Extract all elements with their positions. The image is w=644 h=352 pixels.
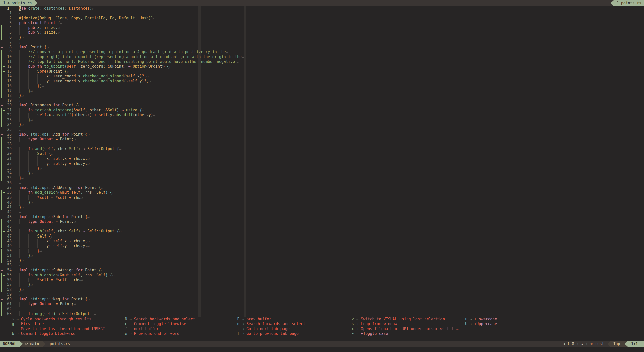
eol-marker: ↵ <box>51 151 53 156</box>
code-line[interactable]: 35}↵ <box>0 176 644 180</box>
whichkey-item[interactable]: i → Move to the last insertion and INSER… <box>12 327 105 331</box>
fold-extent-bar <box>1 147 2 151</box>
code-line[interactable]: 19↵ <box>0 98 644 103</box>
code-line[interactable]: 16 })↵ <box>0 84 644 88</box>
code-line[interactable]: 33 }↵ <box>0 166 644 171</box>
code-line[interactable]: 24}↵ <box>0 122 644 127</box>
code-line[interactable]: 25↵ <box>0 127 644 132</box>
code-line[interactable]: 42↵ <box>0 210 644 214</box>
code-line[interactable]: 15 y: zero_coord.y.checked_add_signed(-s… <box>0 79 644 84</box>
whichkey-item[interactable]: F → prev buffer <box>237 317 305 322</box>
code-token: Neg <box>53 297 62 301</box>
code-line[interactable]: 21 fn taxicab_distance(&self, other: &Se… <box>0 108 644 113</box>
code-line[interactable]: 57 }↵ <box>0 282 644 287</box>
code-line[interactable]: 18}↵ <box>0 93 644 98</box>
code-line[interactable]: 12 pub fn to_upoint(self, zero_coord: &U… <box>0 64 644 69</box>
line-number: 35 <box>3 176 12 180</box>
fold-extent-bar <box>1 234 2 239</box>
code-line[interactable]: 39 *self = *self + rhs↵ <box>0 195 644 200</box>
code-line[interactable]: 50 }↵ <box>0 249 644 253</box>
command-line[interactable]: g <bs> go up one level <esc> close <box>0 347 644 352</box>
code-line[interactable]: 58}↵ <box>0 287 644 292</box>
whichkey-item[interactable]: x → Opens filepath or URI under cursor w… <box>352 327 458 331</box>
code-line[interactable]: 41}↵ <box>0 205 644 210</box>
code-line[interactable]: 14 x: zero_coord.x.checked_add_signed(se… <box>0 74 644 79</box>
whichkey-item[interactable]: s → Leap from window <box>352 322 458 326</box>
code-line[interactable]: 30 Self {↵ <box>0 151 644 156</box>
indent-guide <box>37 239 38 244</box>
code-line[interactable]: 31 x: self.x + rhs.x,↵ <box>0 156 644 161</box>
code-line[interactable]: 44 type Output = Point;↵ <box>0 219 644 224</box>
code-line[interactable]: 36↵ <box>0 181 644 185</box>
code-line[interactable]: 1use crate::distances::Distances;↵ <box>0 6 644 11</box>
code-line[interactable]: 20impl Distances for Point {↵ <box>0 103 644 108</box>
code-line[interactable]: 9 /// converts a point (representing a p… <box>0 50 644 54</box>
code-line[interactable]: 3pub struct Point {↵ <box>0 21 644 25</box>
code-line[interactable]: 2#[derive(Debug, Clone, Copy, PartialEq,… <box>0 16 644 21</box>
whichkey-item[interactable]: T → Go to previous tab page <box>237 331 305 336</box>
whichkey-item[interactable]: b → Comment toggle blockwise <box>12 331 105 336</box>
code-line[interactable]: 32 y: self.y + rhs.y,↵ <box>0 161 644 166</box>
code-line[interactable]: 54impl std::ops::SubAssign for Point {↵ <box>0 268 644 273</box>
code-line[interactable]: 56 *self = *self - rhs↵ <box>0 278 644 282</box>
code-line[interactable]: 63 fn neg(self) → Self::Output {↵ <box>0 311 644 316</box>
code-line[interactable]: 4 pub x: isize,↵ <box>0 25 644 30</box>
whichkey-item[interactable]: N → Search backwards and select <box>125 317 195 322</box>
whichkey-item[interactable]: ~ → +Toggle case <box>352 331 458 336</box>
tabpage-indicator[interactable]: 1points.rs <box>614 0 644 6</box>
whichkey-item[interactable]: f → next buffer <box>125 327 195 331</box>
code-line[interactable]: 48 x: self.x - rhs.x,↵ <box>0 239 644 244</box>
code-line[interactable]: 38 fn add_assign(&mut self, rhs: Self) {… <box>0 190 644 195</box>
tabline-spacer <box>38 0 611 6</box>
code-line[interactable]: 17 }↵ <box>0 89 644 93</box>
code-line[interactable]: 11 /// top-left corner). Returns none if… <box>0 59 644 64</box>
code-token: + <box>94 113 96 117</box>
whichkey-item[interactable]: v → Switch to VISUAL using last selectio… <box>352 317 458 322</box>
code-line[interactable]: 6}↵ <box>0 35 644 40</box>
git-branch[interactable]: main <box>23 341 43 347</box>
whichkey-item[interactable]: n → Search forwards and select <box>237 322 305 326</box>
code-line[interactable]: 59↵ <box>0 292 644 297</box>
whichkey-item[interactable]: c → Comment toggle linewise <box>125 322 195 326</box>
code-line[interactable]: 28 <box>0 142 644 147</box>
code-line[interactable]: 26impl std::ops::Add for Point {↵ <box>0 132 644 137</box>
code-line[interactable]: 40 }↵ <box>0 200 644 205</box>
code-line[interactable]: 53↵ <box>0 263 644 268</box>
code-token: Self <box>87 229 96 233</box>
whichkey-item[interactable]: t → Go to next tab page <box>237 327 305 331</box>
code-line[interactable]: 43impl std::ops::Sub for Point {↵ <box>0 215 644 219</box>
code-line[interactable]: 45 <box>0 224 644 229</box>
tab-buffer-points-rs[interactable]: 1⊛points.rs <box>0 0 34 6</box>
code-line[interactable]: 55 fn sub_assign(&mut self, rhs: Self) {… <box>0 273 644 278</box>
whichkey-item[interactable]: e → Previous end of word <box>125 331 195 336</box>
code-line[interactable]: 7↵ <box>0 40 644 45</box>
code-area[interactable]: 1use crate::distances::Distances;↵1↵2#[d… <box>0 6 644 317</box>
code-line-text: }↵ <box>19 205 24 210</box>
code-line[interactable]: 52}↵ <box>0 258 644 263</box>
code-line[interactable]: 1↵ <box>0 11 644 16</box>
whichkey-item[interactable]: U → +Uppercase <box>465 322 497 326</box>
code-line[interactable]: 10 /// top-right) into a upoint (represe… <box>0 55 644 59</box>
code-line[interactable]: 27 type Output = Point;↵ <box>0 137 644 142</box>
code-line[interactable]: 5 pub y: isize,↵ <box>0 30 644 35</box>
code-line[interactable]: 29 fn add(self, rhs: Self) → Self::Outpu… <box>0 147 644 151</box>
whichkey-item[interactable]: g → First line <box>12 322 105 326</box>
arrow-right-icon: → <box>127 322 134 326</box>
code-line-text: fn taxicab_distance(&self, other: &Self)… <box>19 108 144 113</box>
code-line[interactable]: 49 y: self.y - rhs.y,↵ <box>0 244 644 248</box>
code-line[interactable]: 22 self.x.abs_diff(other.x) + self.y.abs… <box>0 113 644 118</box>
code-line[interactable]: 8impl Point {↵ <box>0 45 644 50</box>
code-line[interactable]: 62 <box>0 307 644 311</box>
code-line[interactable]: 37impl std::ops::AddAssign for Point {↵ <box>0 185 644 190</box>
code-line[interactable]: 51 }↵ <box>0 253 644 258</box>
code-line[interactable]: 23 }↵ <box>0 118 644 122</box>
whichkey-item[interactable]: u → +Lowercase <box>465 317 497 322</box>
code-line[interactable]: 61 type Output = Point;↵ <box>0 302 644 306</box>
code-line[interactable]: 34 }↵ <box>0 171 644 176</box>
code-token: type <box>28 219 39 224</box>
code-line[interactable]: 47 Self {↵ <box>0 234 644 239</box>
code-line[interactable]: 13 Some(UPoint {↵ <box>0 69 644 74</box>
code-line[interactable]: 46 fn sub(self, rhs: Self) → Self::Outpu… <box>0 229 644 234</box>
whichkey-item[interactable]: % → Cycle backwards through results <box>12 317 105 322</box>
code-line[interactable]: 60impl std::ops::Neg for Point {↵ <box>0 297 644 302</box>
